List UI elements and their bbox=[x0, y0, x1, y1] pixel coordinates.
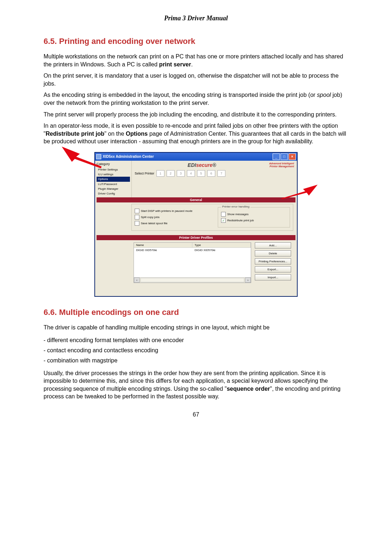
para-6-6-intro: The driver is capable of handling multip… bbox=[44, 324, 348, 332]
bullet-list-6-6: different encoding format templates with… bbox=[44, 335, 348, 366]
brand-reg: ® bbox=[212, 162, 216, 168]
chk-label-redist: Redistribute print job bbox=[227, 219, 254, 222]
text: Multiple workstations on the network can… bbox=[44, 53, 343, 67]
para-6-5-1: Multiple workstations on the network can… bbox=[44, 53, 348, 68]
heading-6-6: 6.6. Multiple encodings on one card bbox=[44, 308, 348, 317]
profiles-section-bar: Printer Driver Profiles bbox=[97, 235, 295, 240]
printer-btn-6[interactable]: 6 bbox=[207, 170, 215, 177]
titlebar: XID5xx Administration Center _ □ × bbox=[95, 153, 297, 161]
chk-label-show-msgs: Show messages bbox=[227, 213, 249, 216]
scroll-left-icon[interactable]: ‹ bbox=[134, 278, 140, 283]
cell-type: DIGID XID570ie bbox=[192, 248, 251, 253]
brand-sub-l2: Printer Management bbox=[270, 165, 294, 168]
import-button[interactable]: Import... bbox=[255, 274, 291, 280]
chk-label-save-spool: Save latest spool file bbox=[141, 222, 167, 225]
col-name[interactable]: Name bbox=[134, 243, 192, 247]
general-area: Start DISP with printers in paused mode … bbox=[131, 204, 293, 231]
para-6-5-3: As the encoding string is embedded in th… bbox=[44, 91, 348, 107]
sidebar-item-ilu-settings[interactable]: ILU settings bbox=[97, 172, 130, 177]
sidebar-item-lut-password[interactable]: LUT/Password bbox=[97, 182, 130, 186]
svg-marker-0 bbox=[62, 147, 102, 168]
checkbox-show-messages[interactable] bbox=[221, 212, 226, 217]
doc-title: Prima 3 Driver Manual bbox=[44, 15, 348, 22]
app-window: XID5xx Administration Center _ □ × Categ… bbox=[94, 152, 298, 297]
close-button[interactable]: × bbox=[289, 153, 296, 160]
add-button[interactable]: Add... bbox=[255, 242, 291, 249]
text-bold-options: Options bbox=[126, 131, 148, 137]
maximize-button[interactable]: □ bbox=[281, 153, 288, 160]
checkbox-start-disp[interactable] bbox=[135, 209, 139, 213]
text-bold-redistribute: Redistribute print job bbox=[46, 131, 105, 137]
svg-marker-1 bbox=[281, 185, 318, 199]
brand-sub-l1: Advanced Intelligent bbox=[269, 162, 294, 165]
cell-name: DIGID XID570ie bbox=[134, 248, 192, 253]
table-row[interactable]: DIGID XID570ie DIGID XID570ie bbox=[134, 248, 251, 253]
h-scrollbar[interactable]: ‹ › bbox=[134, 277, 251, 283]
printer-btn-1[interactable]: 1 bbox=[156, 170, 164, 177]
brand-logo: EDIsecure® bbox=[188, 162, 216, 168]
brand-subtitle: Advanced Intelligent Printer Management bbox=[269, 162, 294, 168]
list-item: contact encoding and contactless encodin… bbox=[44, 345, 348, 356]
printer-btn-5[interactable]: 5 bbox=[197, 170, 205, 177]
delete-button[interactable]: Delete bbox=[255, 250, 291, 257]
printer-btn-3[interactable]: 3 bbox=[177, 170, 185, 177]
export-button[interactable]: Export... bbox=[255, 266, 291, 272]
list-item: different encoding format templates with… bbox=[44, 335, 348, 345]
text-bold-sequence-order: sequence order bbox=[227, 386, 270, 392]
scroll-right-icon[interactable]: › bbox=[245, 278, 251, 283]
brand-main: secure bbox=[196, 162, 212, 168]
heading-6-5: 6.5. Printing and encoding over network bbox=[44, 37, 348, 46]
chk-label-start-disp: Start DISP with printers in paused mode bbox=[141, 209, 192, 213]
checkbox-split-copy[interactable] bbox=[135, 215, 139, 219]
scroll-track[interactable] bbox=[140, 278, 244, 282]
para-6-6-seq: Usually, the driver processes the string… bbox=[44, 369, 348, 401]
chk-label-split: Split copy jobs bbox=[141, 216, 160, 219]
general-section-bar: General bbox=[97, 197, 295, 202]
checkbox-save-spool[interactable] bbox=[135, 221, 139, 226]
text: As the encoding string is embedded in th… bbox=[44, 92, 317, 98]
text-bold-print-server: print server bbox=[159, 61, 191, 67]
text: " on the bbox=[104, 131, 126, 137]
peh-legend: Printer error handling bbox=[221, 205, 250, 208]
admin-center-screenshot: XID5xx Administration Center _ □ × Categ… bbox=[94, 152, 298, 297]
printing-preferences-button[interactable]: Printing Preferences... bbox=[255, 258, 291, 264]
window-title: XID5xx Administration Center bbox=[103, 155, 154, 159]
sidebar-item-driver-config[interactable]: Driver Config bbox=[97, 191, 130, 196]
checkbox-redistribute[interactable]: ✓ bbox=[221, 218, 226, 223]
para-6-5-2: On the print server, it is mandatory tha… bbox=[44, 72, 348, 87]
annotation-arrow-right-icon bbox=[281, 185, 318, 199]
para-6-5-4: The print server will properly process t… bbox=[44, 111, 348, 119]
brand-prefix: EDI bbox=[188, 162, 196, 168]
printer-btn-7[interactable]: 7 bbox=[217, 170, 225, 177]
annotation-arrow-left-icon bbox=[62, 147, 105, 168]
printer-btn-4[interactable]: 4 bbox=[187, 170, 195, 177]
profiles-table[interactable]: Name Type DIGID XID570ie DIGID XID570ie … bbox=[134, 242, 251, 283]
profiles-area: Name Type DIGID XID570ie DIGID XID570ie … bbox=[131, 240, 293, 285]
page-number: 67 bbox=[44, 411, 348, 418]
text: . bbox=[191, 61, 192, 67]
sidebar-item-options[interactable]: Options bbox=[97, 177, 130, 181]
para-6-5-5: In an operator-less mode, it is even pos… bbox=[44, 122, 348, 145]
printer-error-handling-group: Printer error handling Show messages ✓Re… bbox=[218, 207, 290, 227]
col-type[interactable]: Type bbox=[192, 243, 251, 247]
sidebar-item-plugin-manager[interactable]: Plugin Manager bbox=[97, 186, 130, 191]
minimize-button[interactable]: _ bbox=[273, 153, 280, 160]
printer-btn-2[interactable]: 2 bbox=[167, 170, 175, 177]
select-printer-label: Select Printer bbox=[135, 172, 154, 175]
list-item: combination with magstripe bbox=[44, 356, 348, 366]
text-italic-spool: spool bbox=[317, 92, 331, 98]
